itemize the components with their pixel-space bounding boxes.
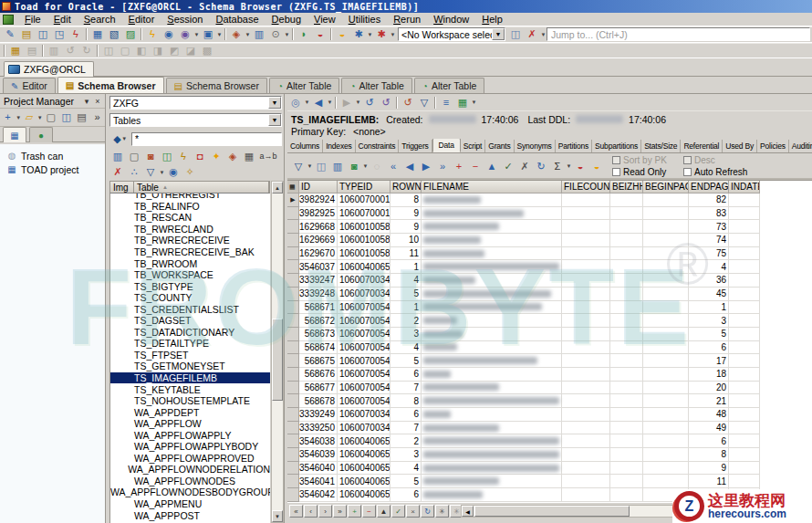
filter-funnel-icon[interactable]: ▽ xyxy=(416,95,432,110)
cell-filecount[interactable] xyxy=(562,328,610,341)
cell-id[interactable]: 3339250 xyxy=(299,422,338,435)
cell-indate[interactable] xyxy=(729,368,760,382)
cell-filecount[interactable] xyxy=(562,475,610,488)
filter-icon[interactable]: ▽ xyxy=(142,165,159,180)
calc-sum-icon[interactable]: Σ xyxy=(549,159,566,173)
cell-beizhhu[interactable] xyxy=(610,288,643,301)
cell-typeid[interactable]: 1060070001 xyxy=(338,194,390,207)
cell-beizhhu[interactable] xyxy=(610,301,643,315)
table-list-item[interactable]: WA_APPFLOWNODESBODYGROUP xyxy=(110,486,270,498)
cell-beizhhu[interactable] xyxy=(610,382,643,395)
workspace-delete-icon[interactable]: ✗ xyxy=(524,27,540,42)
find-object-icon-dropdown[interactable]: ▼ xyxy=(193,32,200,37)
row-selector-cell[interactable] xyxy=(287,354,299,368)
cell-indate[interactable] xyxy=(729,207,760,221)
object-tab-indexes[interactable]: Indexes xyxy=(323,140,355,152)
insert-row-icon[interactable]: + xyxy=(451,159,467,173)
cell-beginpage[interactable] xyxy=(643,207,689,221)
cell-typeid[interactable]: 1060070054 xyxy=(338,341,390,355)
cell-typeid[interactable]: 1060040065 xyxy=(338,488,390,502)
cell-filecount[interactable] xyxy=(562,422,610,435)
cell-filecount[interactable] xyxy=(562,368,610,382)
cell-beginpage[interactable] xyxy=(643,328,689,341)
favorite-star-icon[interactable]: ✦ xyxy=(208,150,224,164)
nav-prior-icon[interactable]: ‹ xyxy=(304,505,318,518)
table-row[interactable]: 568671106007005411 xyxy=(287,301,812,315)
new-table-icon[interactable]: ▢ xyxy=(126,150,142,164)
save-grid-icon[interactable]: ▦ xyxy=(454,95,471,110)
row-selector-cell[interactable]: ▶ xyxy=(287,194,299,207)
doc-tab-editor[interactable]: ✎Editor xyxy=(3,78,56,93)
pin-icon[interactable]: ▾ xyxy=(81,96,92,106)
cell-id[interactable]: 568678 xyxy=(299,394,338,408)
first-record-icon[interactable]: « xyxy=(385,159,401,173)
cell-filename[interactable] xyxy=(422,328,562,341)
cell-beginpage[interactable] xyxy=(643,368,689,382)
checkbox-read-only[interactable]: Read Only xyxy=(612,166,683,178)
cell-id[interactable]: 3546040 xyxy=(299,462,338,476)
menu-edit[interactable]: Edit xyxy=(47,13,78,26)
table-row[interactable]: 3546037106004006514 xyxy=(287,260,812,274)
cell-beizhhu[interactable] xyxy=(610,394,643,408)
open-window-icon-dropdown[interactable]: ▼ xyxy=(216,32,223,37)
cell-id[interactable]: 3546037 xyxy=(299,260,338,274)
table-row[interactable]: 33392501060070034749 xyxy=(287,422,812,435)
cell-id[interactable]: 568671 xyxy=(299,301,338,315)
grid-filter-icon[interactable]: ▽ xyxy=(290,159,307,173)
cell-beginpage[interactable] xyxy=(643,422,689,435)
open-folder-icon[interactable]: ▱ xyxy=(22,110,37,125)
cell-beizhhu[interactable] xyxy=(610,368,643,382)
cell-id[interactable]: 1629669 xyxy=(299,234,338,247)
cell-indate[interactable] xyxy=(729,220,760,234)
cell-rowno[interactable]: 2 xyxy=(390,314,422,328)
table-list-item[interactable]: TS_COUNTY xyxy=(110,292,270,304)
table-list-item[interactable]: WA_APPFLOWNODES xyxy=(110,476,270,487)
table-list-item[interactable]: TB_RWRECRECEIVE_BAK xyxy=(110,246,270,258)
cell-typeid[interactable]: 1060040065 xyxy=(338,434,390,448)
cell-filename[interactable] xyxy=(422,488,562,502)
export-data-icon[interactable]: ◫ xyxy=(159,150,175,164)
edit-row-icon[interactable]: ▲ xyxy=(484,159,500,173)
cell-endpage[interactable]: 21 xyxy=(689,394,729,408)
cell-filename[interactable] xyxy=(422,341,562,355)
cell-endpage[interactable]: 73 xyxy=(689,220,729,234)
refresh-query-icon[interactable]: ↻ xyxy=(533,159,549,173)
table-list-item[interactable]: TS_BIGTYPE xyxy=(110,280,270,292)
cell-typeid[interactable]: 1060070054 xyxy=(338,301,390,315)
describe-window-icon[interactable]: ▧ xyxy=(106,27,122,42)
doc-tab-schema-browser[interactable]: ▤Schema Browser xyxy=(57,77,164,93)
cell-rowno[interactable]: 4 xyxy=(390,274,422,288)
back-icon[interactable]: ◀ xyxy=(310,95,327,110)
cell-filecount[interactable] xyxy=(562,394,610,408)
name-filter-input[interactable]: * xyxy=(131,132,282,146)
scheduler-icon[interactable]: ▥ xyxy=(251,27,267,42)
compare-icon[interactable]: ◗ xyxy=(296,27,312,42)
doc-tab-alter-table[interactable]: ◔Alter Table xyxy=(341,78,411,93)
schema-dropdown-icon[interactable]: ▼ xyxy=(268,97,281,109)
cell-rowno[interactable]: 9 xyxy=(390,220,422,234)
cell-rowno[interactable]: 1 xyxy=(390,301,422,315)
cell-indate[interactable] xyxy=(729,434,760,448)
cell-endpage[interactable]: 36 xyxy=(689,274,729,288)
config-wizard-icon[interactable]: ✱ xyxy=(350,27,367,42)
table-list-item[interactable]: TS_DETAILTYPE xyxy=(110,338,270,350)
object-tab-stats-size[interactable]: Stats/Size xyxy=(641,140,681,152)
nav-delete-icon[interactable]: − xyxy=(362,505,376,518)
cell-endpage[interactable]: 17 xyxy=(689,354,729,368)
cell-beizhhu[interactable] xyxy=(610,274,643,288)
cell-beizhhu[interactable] xyxy=(610,434,643,448)
cell-filecount[interactable] xyxy=(562,234,610,247)
table-list-item[interactable]: TS_DATADICTIONARY xyxy=(110,327,270,339)
cell-rowno[interactable]: 7 xyxy=(390,382,422,395)
tree-item-trash-can[interactable]: ◍Trash can xyxy=(5,149,105,162)
table-row[interactable]: 568672106007005423 xyxy=(287,314,812,328)
workspace-combo[interactable]: <No Workspace selected> ▼ xyxy=(398,27,505,41)
cell-rowno[interactable]: 8 xyxy=(390,394,422,408)
cell-id[interactable]: 3546042 xyxy=(299,488,338,502)
row-selector-cell[interactable] xyxy=(287,288,299,301)
cell-typeid[interactable]: 1060070054 xyxy=(338,394,390,408)
cell-endpage[interactable]: 5 xyxy=(689,328,729,341)
table-row[interactable]: 5686771060070054720 xyxy=(287,382,812,395)
row-selector-cell[interactable] xyxy=(287,475,299,488)
refresh-object-icon[interactable]: ↺ xyxy=(361,95,378,110)
